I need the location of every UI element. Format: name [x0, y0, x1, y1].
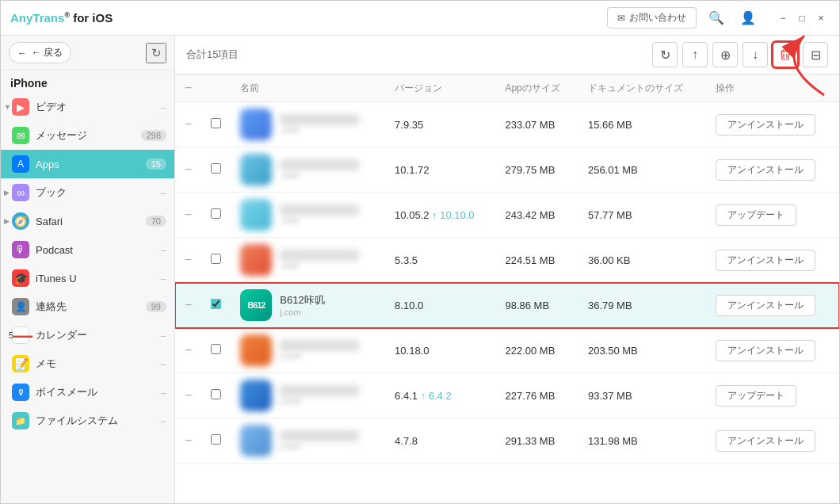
table-row[interactable]: − j.com 4.7.8 291.33 MB 131.98 MB アンインスト…	[175, 418, 839, 464]
action-cell[interactable]: アンインストール	[706, 102, 839, 147]
app-action-button[interactable]: アンインストール	[716, 250, 815, 271]
sidebar-toolbar: ← ← 戻る ↻	[1, 36, 174, 71]
sidebar-item-safari[interactable]: 🧭 Safari 70	[1, 207, 174, 235]
table-row[interactable]: − .com 10.05.2 ↑ 10.10.0 243.42 MB 57.77…	[175, 193, 839, 238]
sidebar-item-memo[interactable]: 📝 メモ --	[1, 349, 174, 378]
profile-button[interactable]: 👤	[736, 6, 760, 30]
itunes-icon: 🎓	[12, 269, 29, 287]
app-domain: j.com	[280, 396, 359, 406]
name-cell: .com	[231, 147, 385, 193]
close-button[interactable]: ×	[812, 10, 830, 27]
action-cell[interactable]: アンインストール	[706, 328, 839, 373]
app-action-button[interactable]: アップデート	[716, 204, 796, 226]
voicemail-count: --	[161, 388, 166, 397]
sidebar-item-itunes[interactable]: 🎓 iTunes U --	[1, 264, 174, 292]
contact-button[interactable]: ✉ お問い合わせ	[607, 7, 697, 29]
check-cell[interactable]	[201, 418, 231, 464]
app-action-button[interactable]: アンインストール	[716, 114, 815, 136]
action-cell[interactable]: アップデート	[706, 373, 839, 418]
name-cell: j.com	[231, 328, 385, 373]
app-checkbox[interactable]	[211, 118, 221, 128]
mail-icon: ✉	[617, 13, 625, 24]
search-button[interactable]: 🔍	[704, 6, 728, 30]
app-checkbox[interactable]	[211, 434, 221, 445]
check-cell[interactable]	[201, 147, 231, 193]
sidebar-item-label-calendar: カレンダー	[36, 328, 155, 342]
table-row[interactable]: − B612 B612咔叽 j.com 8.10.0 98.86 MB 36.7…	[175, 283, 839, 328]
action-cell[interactable]: アンインストール	[706, 147, 839, 193]
app-checkbox[interactable]	[211, 389, 221, 399]
action-cell[interactable]: アンインストール	[706, 283, 839, 328]
docsize-cell: 131.98 MB	[578, 418, 706, 464]
app-icon	[240, 380, 272, 411]
sidebar-item-contacts[interactable]: 👤 連絡先 99	[1, 292, 174, 321]
app-action-button[interactable]: アンインストール	[716, 295, 815, 316]
check-cell[interactable]	[201, 373, 231, 418]
add-button[interactable]: ⊕	[712, 42, 738, 67]
check-cell[interactable]	[201, 283, 231, 328]
sidebar-item-messages[interactable]: ✉ メッセージ 298	[1, 121, 174, 150]
app-action-button[interactable]: アンインストール	[716, 430, 815, 452]
app-name	[280, 114, 359, 125]
sidebar-item-label-contacts: 連絡先	[36, 300, 139, 314]
app-icon	[240, 425, 272, 456]
sidebar-item-voicemail[interactable]: 🎙 ボイスメール --	[1, 378, 174, 407]
safari-count: 70	[146, 216, 166, 227]
sidebar-item-podcast[interactable]: 🎙 Podcast --	[1, 235, 174, 264]
name-cell: B612 B612咔叽 j.com	[231, 283, 385, 328]
docsize-cell: 36.00 KB	[578, 238, 706, 283]
check-cell[interactable]	[201, 102, 231, 147]
action-cell[interactable]: アンインストール	[706, 238, 839, 283]
app-window: AnyTrans® for iOS ✉ お問い合わせ 🔍 👤 − □ × ← ←	[0, 0, 840, 504]
back-button[interactable]: ← ← 戻る	[9, 42, 71, 63]
export-button[interactable]: ⊟	[803, 42, 828, 67]
app-domain: j.com	[280, 441, 359, 451]
update-version[interactable]: ↑ 10.10.0	[432, 209, 475, 221]
download-button[interactable]: ↓	[743, 42, 768, 67]
appsize-cell: 243.42 MB	[495, 193, 578, 238]
app-action-button[interactable]: アンインストール	[716, 159, 815, 181]
appsize-cell: 98.86 MB	[495, 283, 578, 328]
app-checkbox[interactable]	[211, 208, 221, 219]
table-row[interactable]: − j.com 10.18.0 222.00 MB 203.50 MB アンイン…	[175, 328, 839, 373]
sidebar-item-video[interactable]: ▶ ビデオ --	[1, 93, 174, 121]
table-row[interactable]: − .com 7.9.35 233.07 MB 15.66 MB アンインストー…	[175, 102, 839, 147]
upload-button[interactable]: ↑	[682, 42, 708, 67]
refresh-apps-button[interactable]: ↻	[652, 42, 678, 67]
app-action-button[interactable]: アンインストール	[716, 340, 815, 361]
sidebar-item-books[interactable]: ∞ ブック --	[1, 178, 174, 207]
check-cell[interactable]	[201, 328, 231, 373]
sidebar-item-files[interactable]: 📁 ファイルシステム --	[1, 407, 174, 435]
table-row[interactable]: − j.com 6.4.1 ↑ 6.4.2 227.76 MB 93.37 MB…	[175, 373, 839, 418]
title-bar: AnyTrans® for iOS ✉ お問い合わせ 🔍 👤 − □ ×	[1, 1, 839, 36]
app-checkbox[interactable]	[211, 163, 221, 174]
sidebar-item-calendar[interactable]: 5▬▬▬ カレンダー --	[1, 321, 174, 349]
check-cell[interactable]	[201, 238, 231, 283]
maximize-button[interactable]: □	[793, 10, 811, 27]
app-domain: j.com	[280, 307, 324, 317]
app-checkbox[interactable]	[211, 299, 221, 309]
update-version[interactable]: ↑ 6.4.2	[421, 390, 452, 402]
toolbar-actions: ↻ ↑ ⊕ ↓ ⊟	[652, 42, 828, 67]
messages-count: 298	[141, 130, 166, 141]
sidebar-item-label-voicemail: ボイスメール	[36, 385, 155, 399]
app-action-button[interactable]: アップデート	[716, 385, 796, 407]
refresh-button[interactable]: ↻	[146, 43, 166, 63]
video-icon: ▶	[12, 98, 29, 116]
app-domain: j.com	[280, 351, 359, 361]
app-checkbox[interactable]	[211, 344, 221, 354]
version-cell: 10.18.0	[385, 328, 495, 373]
table-row[interactable]: − .com 5.3.5 224.51 MB 36.00 KB アンインストール	[175, 238, 839, 283]
calendar-icon: 5▬▬▬	[12, 326, 29, 344]
apps-count: 15	[146, 158, 166, 170]
action-cell[interactable]: アンインストール	[706, 418, 839, 464]
minimize-button[interactable]: −	[774, 10, 792, 27]
check-cell[interactable]	[201, 193, 231, 238]
app-checkbox[interactable]	[211, 254, 221, 264]
app-version: 6.4.1	[395, 390, 418, 402]
app-name-info: j.com	[280, 340, 359, 361]
action-cell[interactable]: アップデート	[706, 193, 839, 238]
delete-button[interactable]	[773, 42, 798, 67]
sidebar-item-apps[interactable]: A Apps 15	[1, 150, 174, 178]
table-row[interactable]: − .com 10.1.72 279.75 MB 256.01 MB アンインス…	[175, 147, 839, 193]
